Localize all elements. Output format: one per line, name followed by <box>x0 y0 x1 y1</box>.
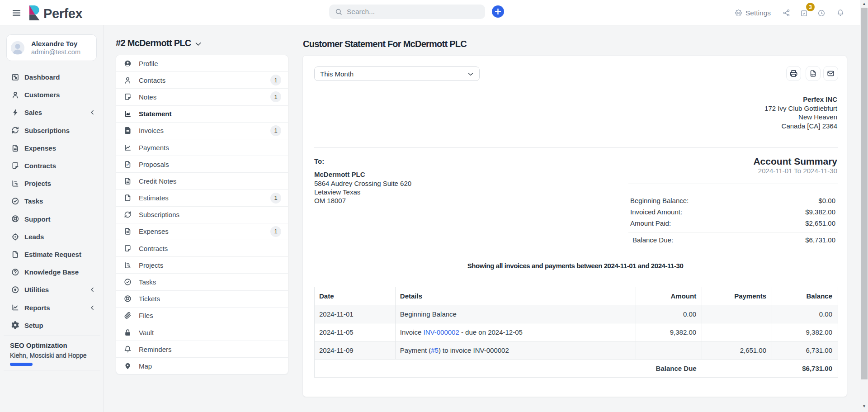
svg-text:P: P <box>127 163 129 167</box>
